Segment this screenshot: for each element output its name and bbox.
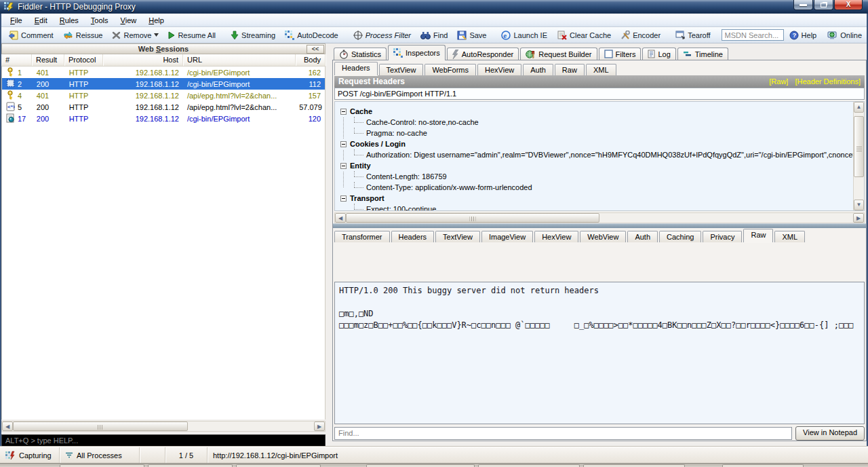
header-item[interactable]: Cache-Control: no-store,no-cache [339, 117, 853, 128]
tab-request-builder[interactable]: Request Builder [520, 48, 597, 60]
request-tab-headers[interactable]: Headers [334, 62, 378, 75]
session-row-17[interactable]: 17200HTTP192.168.1.12/cgi-bin/EPGimport1… [2, 113, 325, 124]
clear-cache-button[interactable]: Clear Cache [553, 29, 615, 42]
remove-x-icon [112, 31, 121, 39]
tab-statistics[interactable]: Statistics [334, 48, 387, 60]
response-tab-auth[interactable]: Auth [627, 231, 658, 242]
response-tab-hexview[interactable]: HexView [534, 231, 578, 242]
dotted-box-icon [6, 79, 15, 89]
save-button[interactable]: Save [453, 29, 490, 42]
tree-hscrollbar[interactable]: ◀ ▶ [334, 212, 865, 223]
resume-all-button[interactable]: Resume All [164, 29, 220, 41]
request-tab-textview[interactable]: TextView [379, 64, 424, 75]
response-tab-imageview[interactable]: ImageView [481, 231, 533, 242]
windows-taskbar[interactable] [0, 463, 868, 467]
tab-label: ImageView [489, 233, 526, 241]
header-item[interactable]: Content-Type: application/x-www-form-url… [339, 182, 853, 193]
streaming-button[interactable]: Streaming [226, 29, 279, 42]
request-headers-bar: Request Headers [Raw] [Header Definition… [334, 75, 865, 88]
online-button[interactable]: Online [823, 29, 866, 42]
menu-edit[interactable]: Edit [28, 15, 54, 26]
column-header-host[interactable]: Host [103, 54, 183, 66]
find-input[interactable] [334, 427, 792, 440]
tab-timeline[interactable]: Timeline [677, 48, 728, 60]
collapse-expander-icon[interactable] [340, 109, 347, 115]
header-item[interactable]: Expect: 100-continue [339, 204, 853, 210]
menu-tools[interactable]: Tools [85, 15, 115, 26]
collapse-expander-icon[interactable] [340, 195, 347, 202]
menu-rules[interactable]: Rules [54, 15, 85, 26]
request-tab-hexview[interactable]: HexView [477, 64, 521, 75]
menu-file[interactable]: File [4, 15, 28, 26]
request-response-splitter[interactable] [333, 223, 866, 228]
close-button[interactable]: X [834, 0, 863, 10]
find-button[interactable]: Find [416, 29, 452, 41]
scroll-left-icon[interactable]: ◀ [335, 213, 346, 223]
session-row-2[interactable]: 2200HTTP192.168.1.12/cgi-bin/EPGimport11… [2, 78, 325, 90]
tab-autoresponder[interactable]: AutoResponder [447, 48, 519, 60]
launch-ie-button[interactable]: eLaunch IE [497, 29, 551, 42]
collapse-panel-button[interactable]: << [307, 45, 324, 54]
tab-filters[interactable]: Filters [599, 48, 642, 60]
response-tab-textview[interactable]: TextView [435, 231, 480, 242]
request-tab-raw[interactable]: Raw [555, 64, 585, 75]
request-tab-xml[interactable]: XML [586, 64, 616, 75]
session-row-4[interactable]: 4401HTTP192.168.1.12/api/epg.html?lvl=2&… [2, 90, 325, 101]
scroll-left-icon[interactable]: ◀ [2, 422, 13, 431]
scroll-up-icon[interactable]: ▲ [854, 102, 864, 113]
tab-label: HexView [485, 66, 514, 74]
response-tab-raw[interactable]: Raw [743, 229, 773, 242]
remove-button[interactable]: Remove [108, 29, 163, 41]
menu-view[interactable]: View [115, 15, 143, 26]
column-header-protocol[interactable]: Protocol [64, 54, 103, 66]
header-item[interactable]: Pragma: no-cache [339, 128, 853, 138]
raw-link[interactable]: [Raw] [769, 77, 788, 86]
response-tab-transformer[interactable]: Transformer [334, 231, 390, 242]
response-raw-view[interactable]: HTTP/1.0 200 This buggy server did not r… [334, 282, 865, 424]
header-item[interactable]: Authorization: Digest username="admin",r… [339, 149, 853, 160]
tab-log[interactable]: Log [642, 48, 675, 60]
main-area: Web Sessions << #ResultProtocolHostURLBo… [0, 43, 868, 447]
response-tab-webview[interactable]: WebView [580, 231, 626, 242]
collapse-expander-icon[interactable] [340, 163, 347, 169]
collapse-expander-icon[interactable] [340, 141, 347, 147]
header-definitions-link[interactable]: [Header Definitions] [795, 77, 861, 86]
process-filter-button[interactable]: Process Filter [349, 29, 415, 42]
sessions-hscrollbar[interactable]: ◀ ▶ [1, 421, 326, 432]
scroll-right-icon[interactable]: ▶ [853, 213, 864, 223]
restore-button[interactable] [814, 0, 833, 10]
capturing-cell[interactable]: Capturing [0, 447, 60, 463]
header-group-name: Entity [350, 162, 371, 170]
request-tab-webforms[interactable]: WebForms [425, 64, 476, 75]
request-tab-auth[interactable]: Auth [523, 64, 553, 75]
minimize-button[interactable] [793, 0, 813, 10]
process-filter-cell[interactable]: All Processes [60, 447, 140, 463]
autodecode-button[interactable]: AutoDecode [281, 29, 342, 42]
column-header-url[interactable]: URL [183, 54, 296, 66]
column-header-result[interactable]: Result [32, 54, 64, 66]
menu-help[interactable]: Help [142, 15, 170, 26]
request-line[interactable]: POST /cgi-bin/EPGimport HTTP/1.1 [334, 88, 865, 100]
response-tab-privacy[interactable]: Privacy [703, 231, 742, 242]
inspector-tab-strip: StatisticsInspectorsAutoResponderRequest… [332, 45, 867, 60]
tree-vscrollbar[interactable]: ▲ ▼ [853, 102, 864, 210]
scroll-down-icon[interactable]: ▼ [854, 200, 864, 210]
msdn-search-input[interactable] [722, 29, 784, 41]
tearoff-button[interactable]: Tearoff [671, 29, 714, 41]
tab-inspectors[interactable]: Inspectors [388, 45, 446, 60]
column-header-body[interactable]: Body [296, 54, 326, 66]
header-item[interactable]: Content-Length: 186759 [339, 171, 853, 182]
session-row-1[interactable]: 1401HTTP192.168.1.12/cgi-bin/EPGimport16… [2, 67, 325, 78]
comment-button[interactable]: Comment [4, 29, 58, 42]
response-tab-caching[interactable]: Caching [659, 231, 701, 242]
help-button[interactable]: ?Help [785, 29, 821, 42]
session-row-5[interactable]: <*>5200HTTP192.168.1.12/api/epg.html?lvl… [2, 101, 325, 113]
response-tab-xml[interactable]: XML [774, 231, 805, 242]
quickexec-box[interactable]: ALT+Q > type HELP... [1, 434, 326, 447]
encoder-button[interactable]: Encoder [616, 29, 665, 42]
reissue-button[interactable]: Reissue [59, 29, 107, 42]
scroll-right-icon[interactable]: ▶ [314, 422, 325, 431]
column-header-[interactable]: # [1, 54, 32, 66]
view-in-notepad-button[interactable]: View in Notepad [795, 426, 865, 441]
response-tab-headers[interactable]: Headers [391, 231, 435, 242]
